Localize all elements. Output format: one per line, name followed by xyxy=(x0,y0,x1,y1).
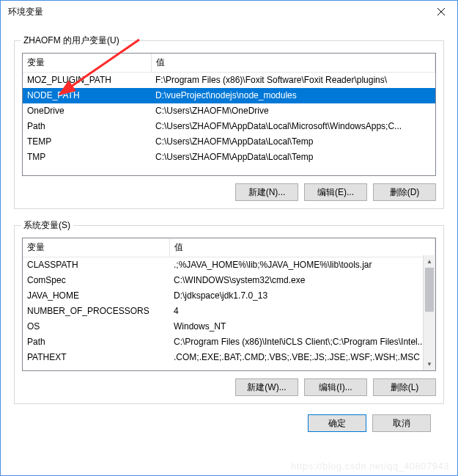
table-row[interactable]: OneDriveC:\Users\ZHAOFM\OneDrive xyxy=(23,103,435,119)
scroll-up-icon[interactable]: ▲ xyxy=(424,255,435,268)
window-title: 环境变量 xyxy=(8,6,43,18)
var-name-cell: JAVA_HOME xyxy=(23,288,169,304)
scroll-down-icon[interactable]: ▼ xyxy=(424,358,435,370)
var-value-cell: Windows_NT xyxy=(169,319,435,334)
var-name-cell: MOZ_PLUGIN_PATH xyxy=(23,73,151,88)
system-variables-group: 系统变量(S) 变量 值 CLASSPATH.;%JAVA_HOME%\lib;… xyxy=(14,225,444,404)
sys-edit-button[interactable]: 编辑(I)... xyxy=(304,378,367,396)
var-value-cell: F:\Program Files (x86)\Foxit Software\Fo… xyxy=(151,73,435,88)
table-row[interactable]: NODE_PATHD:\vueProject\nodejs\node_modul… xyxy=(23,88,435,103)
table-row[interactable]: MOZ_PLUGIN_PATHF:\Program Files (x86)\Fo… xyxy=(23,73,435,88)
var-value-cell: C:\WINDOWS\system32\cmd.exe xyxy=(169,273,435,288)
env-variables-dialog: 环境变量 ZHAOFM 的用户变量(U) 变量 值 xyxy=(0,0,458,476)
var-name-cell: Path xyxy=(23,119,151,134)
titlebar: 环境变量 xyxy=(1,1,457,23)
var-value-cell: C:\Users\ZHAOFM\AppData\Local\Microsoft\… xyxy=(151,119,435,134)
user-variables-table-wrap: 变量 值 MOZ_PLUGIN_PATHF:\Program Files (x8… xyxy=(22,53,436,176)
var-name-cell: NUMBER_OF_PROCESSORS xyxy=(23,304,169,319)
sys-col-name[interactable]: 变量 xyxy=(23,238,169,257)
user-col-value[interactable]: 值 xyxy=(151,54,435,73)
sys-buttons: 新建(W)... 编辑(I)... 删除(L) xyxy=(22,378,436,396)
var-name-cell: TMP xyxy=(23,150,151,165)
var-name-cell: CLASSPATH xyxy=(23,257,169,273)
table-row[interactable]: ComSpecC:\WINDOWS\system32\cmd.exe xyxy=(23,273,435,288)
close-icon xyxy=(437,8,445,15)
table-row[interactable]: NUMBER_OF_PROCESSORS4 xyxy=(23,304,435,319)
user-edit-button[interactable]: 编辑(E)... xyxy=(304,183,367,201)
var-value-cell: C:\Users\ZHAOFM\OneDrive xyxy=(151,103,435,119)
close-button[interactable] xyxy=(424,1,457,23)
user-variables-table[interactable]: 变量 值 MOZ_PLUGIN_PATHF:\Program Files (x8… xyxy=(23,54,435,165)
table-row[interactable]: PathC:\Users\ZHAOFM\AppData\Local\Micros… xyxy=(23,119,435,134)
var-value-cell: C:\Users\ZHAOFM\AppData\Local\Temp xyxy=(151,134,435,150)
sys-new-button[interactable]: 新建(W)... xyxy=(235,378,298,396)
var-name-cell: OneDrive xyxy=(23,103,151,119)
var-name-cell: TEMP xyxy=(23,134,151,150)
var-value-cell: C:\Users\ZHAOFM\AppData\Local\Temp xyxy=(151,150,435,165)
system-variables-table[interactable]: 变量 值 CLASSPATH.;%JAVA_HOME%\lib;%JAVA_HO… xyxy=(23,238,435,365)
table-row[interactable]: TEMPC:\Users\ZHAOFM\AppData\Local\Temp xyxy=(23,134,435,150)
cancel-button[interactable]: 取消 xyxy=(372,414,431,432)
var-value-cell: 4 xyxy=(169,304,435,319)
dialog-content: ZHAOFM 的用户变量(U) 变量 值 MOZ_PLUGIN_PATHF:\P… xyxy=(1,23,457,475)
ok-button[interactable]: 确定 xyxy=(308,414,366,432)
table-row[interactable]: CLASSPATH.;%JAVA_HOME%\lib;%JAVA_HOME%\l… xyxy=(23,257,435,273)
var-value-cell: .COM;.EXE;.BAT;.CMD;.VBS;.VBE;.JS;.JSE;.… xyxy=(169,350,435,365)
user-new-button[interactable]: 新建(N)... xyxy=(235,183,298,201)
var-name-cell: PATHEXT xyxy=(23,350,169,365)
var-name-cell: NODE_PATH xyxy=(23,88,151,103)
var-value-cell: .;%JAVA_HOME%\lib;%JAVA_HOME%\lib\tools.… xyxy=(169,257,435,273)
var-value-cell: C:\Program Files (x86)\Intel\iCLS Client… xyxy=(169,334,435,350)
user-group-label: ZHAOFM 的用户变量(U) xyxy=(21,34,122,47)
user-buttons: 新建(N)... 编辑(E)... 删除(D) xyxy=(22,183,436,201)
scrollbar-thumb[interactable] xyxy=(425,268,434,312)
table-row[interactable]: PathC:\Program Files (x86)\Intel\iCLS Cl… xyxy=(23,334,435,350)
table-row[interactable]: OSWindows_NT xyxy=(23,319,435,334)
system-variables-table-wrap: 变量 值 CLASSPATH.;%JAVA_HOME%\lib;%JAVA_HO… xyxy=(22,238,436,371)
sys-scrollbar[interactable]: ▲ ▼ xyxy=(423,255,435,370)
sys-col-value[interactable]: 值 xyxy=(169,238,435,257)
user-variables-group: ZHAOFM 的用户变量(U) 变量 值 MOZ_PLUGIN_PATHF:\P… xyxy=(14,40,444,209)
var-name-cell: Path xyxy=(23,334,169,350)
var-name-cell: ComSpec xyxy=(23,273,169,288)
user-delete-button[interactable]: 删除(D) xyxy=(373,183,436,201)
table-row[interactable]: PATHEXT.COM;.EXE;.BAT;.CMD;.VBS;.VBE;.JS… xyxy=(23,350,435,365)
sys-group-label: 系统变量(S) xyxy=(21,219,73,232)
table-row[interactable]: JAVA_HOMED:\jdkspace\jdk1.7.0_13 xyxy=(23,288,435,304)
sys-delete-button[interactable]: 删除(L) xyxy=(373,378,436,396)
user-col-name[interactable]: 变量 xyxy=(23,54,151,73)
table-row[interactable]: TMPC:\Users\ZHAOFM\AppData\Local\Temp xyxy=(23,150,435,165)
dialog-footer: 确定 取消 xyxy=(14,404,444,436)
var-name-cell: OS xyxy=(23,319,169,334)
var-value-cell: D:\vueProject\nodejs\node_modules xyxy=(151,88,435,103)
var-value-cell: D:\jdkspace\jdk1.7.0_13 xyxy=(169,288,435,304)
